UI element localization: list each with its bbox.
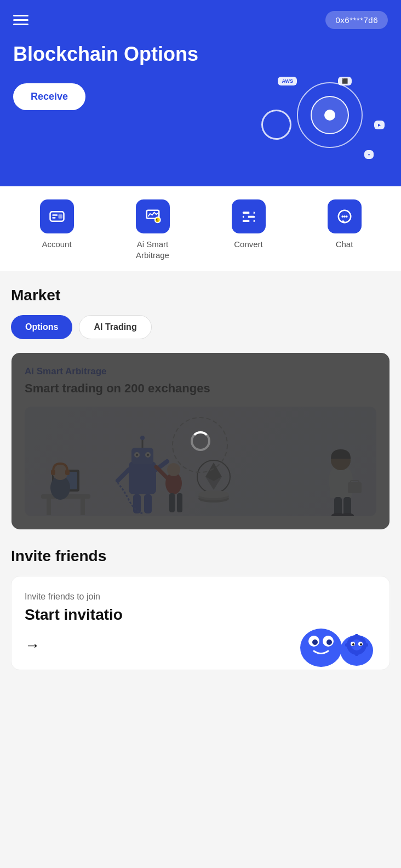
svg-rect-68	[355, 634, 358, 638]
bottom-tag: ▪	[364, 150, 374, 159]
wallet-address-badge[interactable]: 0x6****7d6	[325, 11, 388, 29]
header-top: 0x6****7d6	[13, 11, 388, 29]
svg-rect-69	[355, 652, 358, 656]
invite-card: Invite friends to join Start invitatio →	[11, 576, 390, 670]
svg-point-15	[343, 215, 346, 218]
svg-rect-11	[244, 215, 248, 219]
market-tabs: Options AI Trading	[11, 315, 390, 339]
nav-item-chat[interactable]: Chat	[323, 199, 366, 260]
svg-point-74	[352, 643, 354, 646]
svg-point-16	[345, 215, 347, 218]
svg-rect-10	[249, 211, 254, 214]
top-tag: ⬛	[338, 77, 352, 85]
svg-rect-2	[52, 217, 55, 219]
small-ring	[261, 110, 291, 140]
invite-subtitle: Invite friends to join	[25, 592, 376, 602]
svg-point-63	[312, 639, 318, 645]
chat-label: Chat	[336, 239, 353, 250]
outer-circle	[297, 82, 363, 148]
market-card: Ai Smart Arbitrage Smart trading on 200 …	[11, 352, 390, 530]
nav-item-convert[interactable]: Convert	[227, 199, 271, 260]
convert-label: Convert	[234, 239, 263, 250]
svg-rect-1	[52, 214, 58, 216]
ai-arbitrage-icon: $	[145, 208, 161, 225]
main-content: Market Options AI Trading Ai Smart Arbit…	[0, 271, 401, 686]
aws-tag: AWS	[278, 77, 297, 85]
tab-ai-trading[interactable]: AI Trading	[79, 315, 151, 339]
market-title: Market	[11, 287, 390, 304]
svg-rect-71	[364, 643, 368, 647]
account-icon-box	[40, 199, 74, 233]
nav-section: Account $ Ai SmartArbitrage Convert	[0, 186, 401, 271]
invite-characters-svg	[291, 609, 379, 670]
chat-icon-box	[328, 199, 362, 233]
nav-item-account[interactable]: Account	[35, 199, 79, 260]
loading-overlay	[12, 353, 389, 529]
receive-button[interactable]: Receive	[13, 83, 85, 110]
svg-point-75	[360, 643, 362, 646]
header-illustration: AWS ⬛ ▪ ▸	[275, 77, 385, 164]
svg-point-64	[326, 639, 332, 645]
invite-illustration	[291, 609, 379, 670]
svg-rect-3	[58, 214, 62, 219]
ai-arbitrage-label: Ai SmartArbitrage	[136, 239, 169, 260]
invite-friends-title: Invite friends	[11, 547, 390, 565]
hamburger-menu-icon[interactable]	[13, 15, 28, 25]
ai-icon-box: $	[136, 199, 170, 233]
loading-spinner	[191, 431, 210, 451]
inner-circle	[311, 96, 349, 134]
center-dot	[324, 110, 335, 121]
account-icon	[49, 208, 65, 225]
nav-item-ai-smart-arbitrage[interactable]: $ Ai SmartArbitrage	[131, 199, 175, 260]
convert-icon-box	[232, 199, 266, 233]
page-title: Blockchain Options	[13, 42, 199, 66]
svg-rect-12	[249, 219, 254, 222]
svg-point-14	[341, 215, 343, 218]
svg-point-60	[300, 629, 342, 667]
tab-options[interactable]: Options	[11, 315, 72, 339]
svg-rect-70	[345, 643, 350, 647]
convert-icon	[240, 208, 257, 225]
account-label: Account	[42, 239, 71, 250]
side-tag: ▸	[374, 121, 385, 129]
header: 0x6****7d6 Blockchain Options Receive AW…	[0, 0, 401, 186]
chat-icon	[336, 208, 353, 225]
